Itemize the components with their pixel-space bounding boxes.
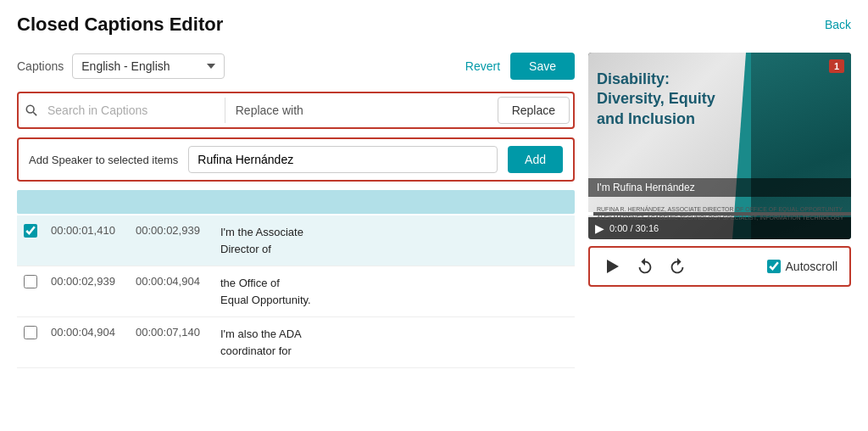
playback-controls <box>602 256 687 277</box>
caption-table: 00:00:01,410 00:00:02,939 I'm the Associ… <box>17 216 575 368</box>
captions-label-group: Captions English - English <box>17 53 225 79</box>
video-slide: 1 Disability:Diversity, Equityand Inclus… <box>588 53 851 239</box>
revert-button[interactable]: Revert <box>465 59 500 73</box>
start-time-2: 00:00:04,904 <box>44 317 129 368</box>
captions-label: Captions <box>17 59 64 73</box>
video-play-button[interactable]: ▶ <box>595 221 604 235</box>
credit-line-2: ALEX MARTINEZ, ACADEMIC TECHNOLOGY SPECI… <box>597 214 843 222</box>
play-button[interactable] <box>602 256 622 277</box>
action-buttons: Revert Save <box>465 53 575 80</box>
row-checkbox-2[interactable] <box>24 326 37 339</box>
rewind-button[interactable] <box>636 257 654 276</box>
replace-input[interactable] <box>314 97 494 124</box>
credit-line-1: RUFINA R. HERNÁNDEZ, ASSOCIATE DIRECTOR … <box>597 205 843 214</box>
svg-marker-2 <box>607 260 619 273</box>
row-checkbox-cell-0[interactable] <box>17 216 44 266</box>
row-checkbox-cell-1[interactable] <box>17 266 44 317</box>
caption-list-header <box>17 190 575 214</box>
start-time-1: 00:00:02,939 <box>44 266 129 317</box>
back-link[interactable]: Back <box>825 18 851 31</box>
end-time-2: 00:00:07,140 <box>129 317 214 368</box>
video-container: 1 Disability:Diversity, Equityand Inclus… <box>588 53 851 239</box>
slide-subtitle: I'm Rufina Hernández <box>588 178 851 197</box>
add-speaker-label: Add Speaker to selected items <box>29 154 178 166</box>
search-input[interactable] <box>44 97 225 124</box>
caption-text-0: I'm the AssociateDirector of <box>214 216 575 266</box>
replace-button[interactable]: Replace <box>498 97 570 124</box>
search-bar: Replace with Replace <box>17 92 575 129</box>
end-time-0: 00:00:02,939 <box>129 216 214 266</box>
autoscroll-row: Autoscroll <box>588 246 851 287</box>
row-checkbox-cell-2[interactable] <box>17 317 44 368</box>
table-row: 00:00:01,410 00:00:02,939 I'm the Associ… <box>17 216 575 266</box>
captions-row: Captions English - English Revert Save <box>17 53 575 80</box>
caption-scroll-area[interactable]: 00:00:01,410 00:00:02,939 I'm the Associ… <box>17 216 575 368</box>
left-panel: Captions English - English Revert Save R… <box>17 53 575 368</box>
slide-credits: RUFINA R. HERNÁNDEZ, ASSOCIATE DIRECTOR … <box>597 205 843 222</box>
video-bg: 1 Disability:Diversity, Equityand Inclus… <box>588 53 851 239</box>
slide-title: Disability:Diversity, Equityand Inclusio… <box>597 70 715 129</box>
forward-button[interactable] <box>668 257 687 276</box>
save-button[interactable]: Save <box>510 53 575 80</box>
autoscroll-text: Autoscroll <box>786 260 837 273</box>
page-title: Closed Captions Editor <box>17 14 223 36</box>
slide-red-badge: 1 <box>829 59 844 73</box>
search-icon <box>19 104 44 116</box>
caption-text-1: the Office ofEqual Opportunity. <box>214 266 575 317</box>
table-row: 00:00:02,939 00:00:04,904 the Office ofE… <box>17 266 575 317</box>
table-row: 00:00:04,904 00:00:07,140 I'm also the A… <box>17 317 575 368</box>
end-time-1: 00:00:04,904 <box>129 266 214 317</box>
captions-select[interactable]: English - English <box>72 53 225 79</box>
right-panel: 1 Disability:Diversity, Equityand Inclus… <box>588 53 851 368</box>
add-speaker-button[interactable]: Add <box>508 146 563 173</box>
svg-point-0 <box>26 105 34 113</box>
add-speaker-row: Add Speaker to selected items Add <box>17 137 575 182</box>
speaker-input[interactable] <box>188 146 498 173</box>
row-checkbox-1[interactable] <box>24 275 37 288</box>
autoscroll-checkbox[interactable] <box>767 260 781 273</box>
video-time-display: 0:00 / 30:16 <box>609 223 659 233</box>
start-time-0: 00:00:01,410 <box>44 216 129 266</box>
video-progress-fill <box>588 212 593 216</box>
caption-text-2: I'm also the ADAcoordinator for <box>214 317 575 368</box>
autoscroll-label-group: Autoscroll <box>767 260 837 273</box>
row-checkbox-0[interactable] <box>24 224 37 238</box>
svg-line-1 <box>33 112 36 115</box>
replace-with-label: Replace with <box>225 97 314 124</box>
page-header: Closed Captions Editor Back <box>17 14 851 36</box>
